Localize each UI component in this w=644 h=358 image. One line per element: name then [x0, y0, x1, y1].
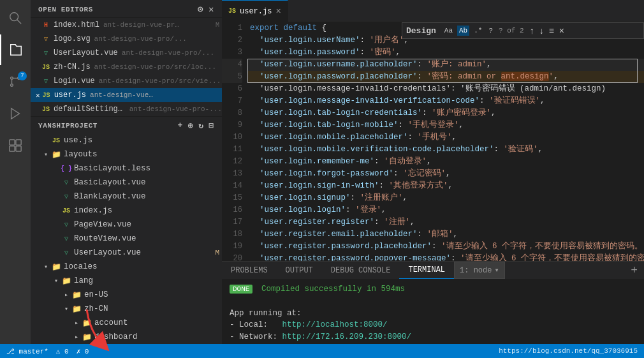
code-editor[interactable]: export default { 'user.login.userName': …: [247, 22, 644, 261]
tree-basiclayout-less[interactable]: { } BasicLayout.less: [31, 161, 222, 175]
folder-icon4: 📁: [71, 290, 82, 300]
status-bar: ⎇ master* ⚠ 0 ✗ 0 https://blog.csdn.net/…: [0, 344, 644, 358]
save-all-icon[interactable]: ⊙: [198, 4, 203, 15]
terminal-local: - Local: http://localhost:8000/: [230, 319, 636, 331]
open-file-login-vue[interactable]: ▽ Login.vue ant-design-vue-pro/src/vie..…: [31, 74, 222, 88]
tree-routeview-vue[interactable]: ▽ RouteView.vue: [31, 232, 222, 246]
find-expand-button[interactable]: ≡: [547, 26, 556, 36]
tree-zh-cn-folder[interactable]: ▾ 📁 zh-CN: [31, 302, 222, 316]
terminal-line-done: DONE Compiled successfully in 594ms: [230, 283, 636, 295]
new-folder-icon[interactable]: ⊕: [188, 121, 193, 131]
tab-user-js[interactable]: JS user.js ×: [222, 0, 288, 22]
vue-icon3: ▽: [61, 221, 71, 228]
tree-userlayout-vue[interactable]: ▽ UserLayout.vue M: [31, 246, 222, 260]
vue-icon5: ▽: [61, 249, 71, 257]
tree-index-js[interactable]: JS index.js: [31, 204, 222, 218]
done-badge: DONE: [230, 285, 252, 294]
tree-use-js[interactable]: JS use.js: [31, 133, 222, 147]
error-count[interactable]: ⚠ 0: [56, 347, 69, 355]
tree-en-us-folder[interactable]: ▸ 📁 en-US: [31, 288, 222, 302]
main-container: 7 OPEN EDITORS ⊙ ✕ H i: [0, 0, 644, 344]
done-message: Compiled successfully in 594ms: [261, 285, 405, 294]
tree-blanklayout-vue[interactable]: ▽ BlankLayout.vue: [31, 190, 222, 204]
open-file-index-html[interactable]: H index.html ant-design-vue-pro/public M: [31, 18, 222, 32]
svg-point-0: [10, 13, 18, 21]
js-icon2: JS: [61, 207, 71, 214]
network-url[interactable]: http://172.16.209.230:8000/: [282, 332, 412, 341]
open-file-logo-svg[interactable]: ▽ logo.svg ant-design-vue-pro/...: [31, 32, 222, 46]
find-next-button[interactable]: ↓: [538, 26, 546, 36]
refresh-icon[interactable]: ↻: [198, 121, 203, 131]
tab-js-icon: JS: [228, 8, 236, 15]
tree-account-folder[interactable]: ▸ 📁 account: [31, 316, 222, 330]
chevron-right-icon2: ▸: [71, 319, 82, 327]
less-icon: { }: [61, 165, 71, 172]
git-branch[interactable]: ⎇ master*: [6, 347, 48, 355]
js-file-icon2: JS: [41, 92, 52, 99]
tree-dashboard-folder[interactable]: ▸ 📁 dashboard: [31, 330, 222, 344]
problems-tab[interactable]: PROBLEMS: [222, 262, 277, 279]
tree-locales-folder[interactable]: ▾ 📁 locales: [31, 260, 222, 274]
node-selector[interactable]: 1: node ▾: [454, 262, 505, 279]
open-file-zh-cn[interactable]: JS zh-CN.js ant-design-vue-pro/src/loc..…: [31, 60, 222, 74]
chevron-down-icon2: ▾: [41, 263, 51, 271]
find-case-sensitive[interactable]: Aa: [443, 26, 455, 36]
find-label: Design: [406, 26, 436, 36]
local-url[interactable]: http://localhost:8000/: [282, 320, 388, 329]
find-widget[interactable]: Design Aa Ab .* ? ? of 2 ↑ ↓ ≡ ×: [402, 22, 644, 39]
svg-marker-7: [11, 108, 20, 119]
svg-file-icon: ▽: [41, 35, 51, 43]
find-unknown[interactable]: ?: [487, 26, 495, 36]
chevron-down-icon4: ▾: [61, 305, 71, 313]
terminal-network: - Network: http://172.16.209.230:8000/: [230, 331, 636, 343]
open-file-userlayout[interactable]: ▽ UserLayout.vue ant-design-vue-pro/...: [31, 46, 222, 60]
tree-layouts-folder[interactable]: ▾ 📁 layouts: [31, 147, 222, 161]
open-file-default-settings[interactable]: JS defaultSettings.js ant-design-vue-pro…: [31, 102, 222, 116]
folder-icon5: 📁: [71, 304, 82, 314]
file-tree: JS use.js ▾ 📁 layouts { } BasicLayout.le…: [31, 133, 222, 344]
tree-basiclayout-vue[interactable]: ▽ BasicLayout.vue: [31, 175, 222, 190]
find-whole-word[interactable]: Ab: [457, 26, 469, 36]
tab-close-button[interactable]: ×: [275, 7, 281, 16]
sidebar: OPEN EDITORS ⊙ ✕ H index.html ant-design…: [31, 0, 222, 344]
debug-activity-icon[interactable]: [0, 98, 31, 129]
code-view: 1234567891011121314151617181920212223242…: [222, 22, 644, 261]
tree-pageview-vue[interactable]: ▽ PageView.vue: [31, 218, 222, 232]
open-editors-title: OPEN EDITORS: [38, 6, 93, 13]
svg-rect-9: [16, 140, 21, 145]
new-file-icon[interactable]: +: [177, 121, 182, 131]
source-control-badge: 7: [18, 71, 27, 80]
vue-icon: ▽: [61, 179, 71, 186]
tree-lang-folder[interactable]: ▾ 📁 lang: [31, 274, 222, 288]
js-icon: JS: [51, 137, 61, 144]
extensions-activity-icon[interactable]: [0, 130, 31, 161]
explorer-activity-icon[interactable]: [0, 34, 31, 65]
vue-icon4: ▽: [61, 235, 71, 242]
find-options: Aa Ab .* ?: [443, 26, 495, 36]
find-info: ? of 2: [499, 27, 524, 34]
find-regex[interactable]: .*: [472, 26, 484, 36]
warning-count[interactable]: ✗ 0: [77, 347, 89, 355]
collapse-all-icon[interactable]: ⊟: [209, 121, 214, 131]
close-all-icon[interactable]: ✕: [209, 4, 214, 15]
output-tab[interactable]: OUTPUT: [277, 262, 322, 279]
svg-point-3: [11, 84, 13, 87]
folder-icon2: 📁: [51, 262, 61, 272]
vue-icon2: ▽: [61, 193, 71, 200]
add-terminal-button[interactable]: +: [624, 262, 644, 279]
svg-point-2: [11, 77, 13, 80]
vue-file-icon2: ▽: [41, 77, 51, 85]
bottom-panel: PROBLEMS OUTPUT DEBUG CONSOLE TERMINAL 1…: [222, 261, 644, 344]
terminal-empty-line: [230, 295, 636, 308]
find-close-button[interactable]: ×: [557, 26, 566, 36]
activity-bar: 7: [0, 0, 31, 344]
find-navigation: ↑ ↓ ≡ ×: [528, 26, 566, 36]
source-control-activity-icon[interactable]: 7: [0, 66, 31, 97]
debug-console-tab[interactable]: DEBUG CONSOLE: [322, 262, 400, 279]
search-activity-icon[interactable]: [0, 3, 31, 33]
chevron-right-icon: ▸: [61, 291, 71, 299]
terminal-tab[interactable]: TERMINAL: [399, 262, 454, 279]
find-prev-button[interactable]: ↑: [528, 26, 536, 36]
open-file-user-js[interactable]: ✕ JS user.js ant-design-vue-pro/src/loca…: [31, 88, 222, 102]
chevron-down-icon: ▾: [41, 151, 51, 158]
